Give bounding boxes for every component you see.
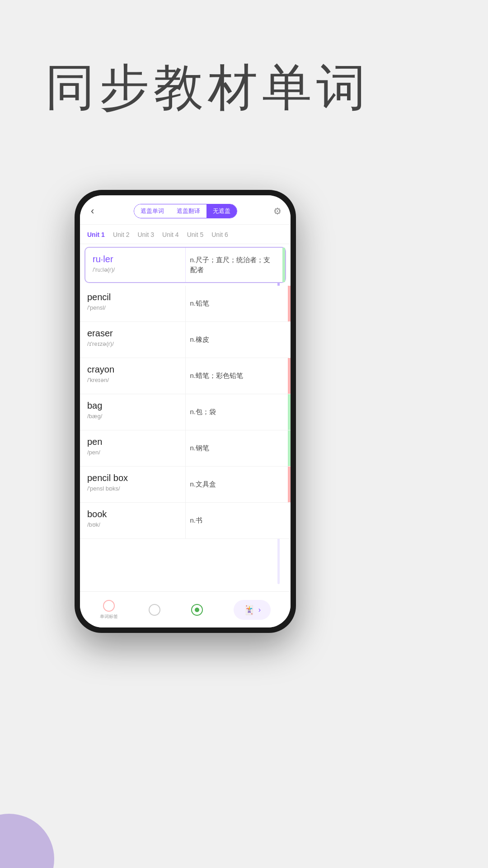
word-cn-ruler: n.尺子；直尺；统治者；支配者 — [190, 255, 277, 275]
cards-icon: 🃏 — [244, 604, 255, 615]
filter-tabs: 遮盖单词 遮盖翻译 无遮盖 — [134, 204, 237, 218]
color-indicator-bag — [288, 394, 291, 430]
nav-icon-1 — [103, 600, 115, 612]
word-right-bag: n.包；袋 — [185, 394, 288, 430]
word-en-bag: bag — [87, 401, 179, 411]
color-indicator-eraser — [288, 322, 291, 358]
word-en-eraser: eraser — [87, 328, 179, 339]
nav-label-1: 单词标签 — [100, 613, 118, 620]
word-phonetic-book: /bʊk/ — [87, 521, 179, 528]
word-cn-crayon: n.蜡笔；彩色铅笔 — [190, 371, 244, 381]
word-cn-pen: n.钢笔 — [190, 443, 210, 453]
word-en-ruler: ru·ler — [93, 254, 179, 264]
word-left-pencilbox: pencil box /'pensl bɒks/ — [80, 467, 185, 502]
word-en-pen: pen — [87, 437, 179, 447]
word-phonetic-crayon: /'kreɪən/ — [87, 377, 179, 383]
word-left-crayon: crayon /'kreɪən/ — [80, 358, 185, 394]
bottom-nav: 单词标签 🃏 › — [80, 591, 291, 627]
word-right-book: n.书 — [185, 503, 288, 538]
word-item-eraser[interactable]: eraser /ɪ'reɪzə(r)/ n.橡皮 — [80, 322, 291, 358]
nav-icon-2 — [149, 604, 160, 616]
word-item-book[interactable]: book /bʊk/ n.书 — [80, 503, 291, 539]
unit-tab-6[interactable]: Unit 6 — [211, 229, 229, 240]
filter-tab-no-cover[interactable]: 无遮盖 — [206, 204, 237, 218]
word-phonetic-pen: /pen/ — [87, 449, 179, 456]
word-right-pencil: n.铅笔 — [185, 286, 288, 321]
word-left-ruler: ru·ler /'ruːlə(r)/ — [85, 248, 185, 282]
unit-tab-2[interactable]: Unit 2 — [112, 229, 131, 240]
filter-tab-cover-word[interactable]: 遮盖单词 — [134, 204, 170, 218]
word-right-crayon: n.蜡笔；彩色铅笔 — [185, 358, 288, 394]
phone-screen: ‹ 遮盖单词 遮盖翻译 无遮盖 ⚙ Unit 1 Unit 2 Unit 3 U… — [80, 195, 291, 627]
word-en-pencilbox: pencil box — [87, 473, 179, 483]
color-indicator-crayon — [288, 358, 291, 394]
unit-tab-1[interactable]: Unit 1 — [86, 229, 106, 240]
word-en-crayon: crayon — [87, 364, 179, 375]
word-cn-bag: n.包；袋 — [190, 407, 216, 417]
word-left-eraser: eraser /ɪ'reɪzə(r)/ — [80, 322, 185, 358]
word-cn-book: n.书 — [190, 515, 203, 526]
phone-shell: ‹ 遮盖单词 遮盖翻译 无遮盖 ⚙ Unit 1 Unit 2 Unit 3 U… — [75, 190, 296, 633]
word-left-pencil: pencil /'pensl/ — [80, 286, 185, 321]
word-phonetic-pencil: /'pensl/ — [87, 304, 179, 311]
word-right-pen: n.钢笔 — [185, 430, 288, 466]
unit-tab-4[interactable]: Unit 4 — [161, 229, 180, 240]
word-left-book: book /bʊk/ — [80, 503, 185, 538]
word-item-ruler[interactable]: ru·ler /'ruːlə(r)/ n.尺子；直尺；统治者；支配者 — [84, 247, 286, 283]
unit-tab-5[interactable]: Unit 5 — [186, 229, 205, 240]
word-right-eraser: n.橡皮 — [185, 322, 288, 358]
word-item-pen[interactable]: pen /pen/ n.钢笔 — [80, 430, 291, 467]
back-button[interactable]: ‹ — [87, 203, 98, 219]
word-item-bag[interactable]: bag /bæg/ n.包；袋 — [80, 394, 291, 430]
page-title: 同步教材单词 — [45, 54, 371, 122]
unit-tab-3[interactable]: Unit 3 — [136, 229, 155, 240]
color-indicator-ruler — [282, 248, 285, 282]
filter-tab-cover-trans[interactable]: 遮盖翻译 — [170, 204, 206, 218]
word-phonetic-ruler: /'ruːlə(r)/ — [93, 266, 179, 273]
word-item-pencil[interactable]: pencil /'pensl/ n.铅笔 — [80, 286, 291, 322]
nav-icon-3 — [191, 604, 203, 616]
word-cn-eraser: n.橡皮 — [190, 335, 210, 345]
word-item-crayon[interactable]: crayon /'kreɪən/ n.蜡笔；彩色铅笔 — [80, 358, 291, 394]
word-cn-pencil: n.铅笔 — [190, 298, 210, 309]
word-left-pen: pen /pen/ — [80, 430, 185, 466]
color-indicator-pencilbox — [288, 467, 291, 502]
color-indicator-pencil — [288, 286, 291, 321]
word-cn-pencilbox: n.文具盒 — [190, 479, 216, 490]
nav-next-button[interactable]: 🃏 › — [234, 600, 271, 620]
nav-item-2[interactable] — [149, 604, 160, 616]
top-bar: ‹ 遮盖单词 遮盖翻译 无遮盖 ⚙ — [80, 195, 291, 225]
nav-item-3[interactable] — [191, 604, 203, 616]
word-right-pencilbox: n.文具盒 — [185, 467, 288, 502]
word-phonetic-bag: /bæg/ — [87, 413, 179, 420]
word-phonetic-eraser: /ɪ'reɪzə(r)/ — [87, 340, 179, 347]
unit-tabs: Unit 1 Unit 2 Unit 3 Unit 4 Unit 5 Unit … — [80, 225, 291, 244]
word-left-bag: bag /bæg/ — [80, 394, 185, 430]
color-indicator-book — [288, 503, 291, 538]
settings-icon[interactable]: ⚙ — [273, 206, 282, 217]
color-indicator-pen — [288, 430, 291, 466]
decoration — [0, 814, 54, 868]
word-list: ru·ler /'ruːlə(r)/ n.尺子；直尺；统治者；支配者 penci… — [80, 244, 291, 622]
word-en-pencil: pencil — [87, 292, 179, 302]
phone-mockup: ‹ 遮盖单词 遮盖翻译 无遮盖 ⚙ Unit 1 Unit 2 Unit 3 U… — [75, 190, 296, 633]
word-item-pencilbox[interactable]: pencil box /'pensl bɒks/ n.文具盒 — [80, 467, 291, 503]
nav-item-1[interactable]: 单词标签 — [100, 600, 118, 620]
word-phonetic-pencilbox: /'pensl bɒks/ — [87, 485, 179, 492]
word-en-book: book — [87, 509, 179, 519]
next-arrow-icon: › — [258, 606, 261, 614]
word-right-ruler: n.尺子；直尺；统治者；支配者 — [185, 248, 283, 282]
